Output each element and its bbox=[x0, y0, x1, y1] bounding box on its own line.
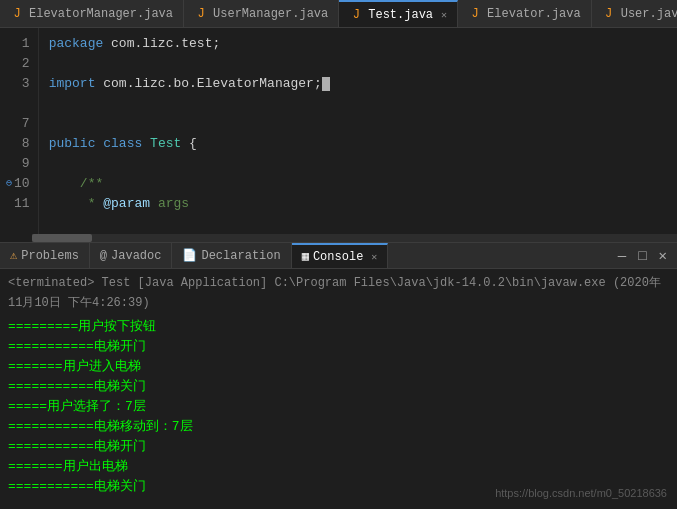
console-line: ===========电梯开门 bbox=[8, 437, 669, 457]
panel-tab-label: Javadoc bbox=[111, 249, 161, 263]
console-line: =========用户按下按钮 bbox=[8, 317, 669, 337]
problems-icon: ⚠ bbox=[10, 248, 17, 263]
tab-problems[interactable]: ⚠ Problems bbox=[0, 243, 90, 268]
code-line: public class Test { bbox=[49, 134, 667, 154]
minimize-panel-button[interactable]: — bbox=[614, 246, 630, 266]
maximize-panel-button[interactable]: □ bbox=[634, 246, 650, 266]
code-line bbox=[49, 154, 667, 174]
console-output: <terminated> Test [Java Application] C:\… bbox=[0, 269, 677, 507]
tab-elevator[interactable]: J Elevator.java bbox=[458, 0, 592, 27]
line-numbers: 1 2 3 7 8 9 ⊖10 11 bbox=[0, 28, 39, 242]
panel-tabs: ⚠ Problems @ Javadoc 📄 Declaration ▦ Con… bbox=[0, 243, 388, 268]
java-file-icon: J bbox=[10, 7, 24, 21]
java-file-icon: J bbox=[468, 7, 482, 21]
console-line: ===========电梯开门 bbox=[8, 337, 669, 357]
tab-close-icon[interactable]: ✕ bbox=[371, 251, 377, 263]
tab-user[interactable]: J User.java bbox=[592, 0, 677, 27]
console-icon: ▦ bbox=[302, 249, 309, 264]
bottom-panel: ⚠ Problems @ Javadoc 📄 Declaration ▦ Con… bbox=[0, 243, 677, 507]
panel-tab-label: Problems bbox=[21, 249, 79, 263]
horizontal-scrollbar[interactable] bbox=[32, 234, 677, 242]
scrollbar-thumb[interactable] bbox=[32, 234, 92, 242]
tab-label: UserManager.java bbox=[213, 7, 328, 21]
console-terminated-label: <terminated> Test [Java Application] C:\… bbox=[8, 273, 669, 313]
code-line bbox=[49, 94, 667, 114]
watermark: https://blog.csdn.net/m0_50218636 bbox=[495, 487, 667, 499]
tab-close-icon[interactable]: ✕ bbox=[441, 9, 447, 21]
code-editor[interactable]: 1 2 3 7 8 9 ⊖10 11 package com.lizc.test… bbox=[0, 28, 677, 243]
code-line: /** bbox=[49, 174, 667, 194]
code-lines[interactable]: package com.lizc.test; import com.lizc.b… bbox=[39, 28, 677, 242]
code-line: import com.lizc.bo.ElevatorManager; bbox=[49, 74, 667, 94]
code-line: * @param args bbox=[49, 194, 667, 214]
close-panel-button[interactable]: ✕ bbox=[655, 245, 671, 266]
code-line bbox=[49, 114, 667, 134]
tab-label: ElevatorManager.java bbox=[29, 7, 173, 21]
java-file-icon: J bbox=[349, 8, 363, 22]
console-line: ===========电梯关门 bbox=[8, 377, 669, 397]
console-line: =======用户出电梯 bbox=[8, 457, 669, 477]
tab-label: Elevator.java bbox=[487, 7, 581, 21]
panel-tab-label: Console bbox=[313, 250, 363, 264]
code-line: package com.lizc.test; bbox=[49, 34, 667, 54]
java-file-icon: J bbox=[602, 7, 616, 21]
console-line: =====用户选择了：7层 bbox=[8, 397, 669, 417]
javadoc-icon: @ bbox=[100, 249, 107, 263]
declaration-icon: 📄 bbox=[182, 248, 197, 263]
tab-console[interactable]: ▦ Console ✕ bbox=[292, 243, 389, 268]
tab-javadoc[interactable]: @ Javadoc bbox=[90, 243, 173, 268]
code-line bbox=[49, 54, 667, 74]
console-line: ===========电梯移动到：7层 bbox=[8, 417, 669, 437]
java-file-icon: J bbox=[194, 7, 208, 21]
tab-declaration[interactable]: 📄 Declaration bbox=[172, 243, 291, 268]
panel-tab-bar: ⚠ Problems @ Javadoc 📄 Declaration ▦ Con… bbox=[0, 243, 677, 269]
panel-actions: — □ ✕ bbox=[608, 243, 677, 268]
tab-label: User.java bbox=[621, 7, 677, 21]
tab-test[interactable]: J Test.java ✕ bbox=[339, 0, 458, 27]
console-line: =======用户进入电梯 bbox=[8, 357, 669, 377]
tab-usermanager[interactable]: J UserManager.java bbox=[184, 0, 339, 27]
tab-label: Test.java bbox=[368, 8, 433, 22]
panel-tab-label: Declaration bbox=[201, 249, 280, 263]
editor-tab-bar: J ElevatorManager.java J UserManager.jav… bbox=[0, 0, 677, 28]
tab-elevatormanager[interactable]: J ElevatorManager.java bbox=[0, 0, 184, 27]
